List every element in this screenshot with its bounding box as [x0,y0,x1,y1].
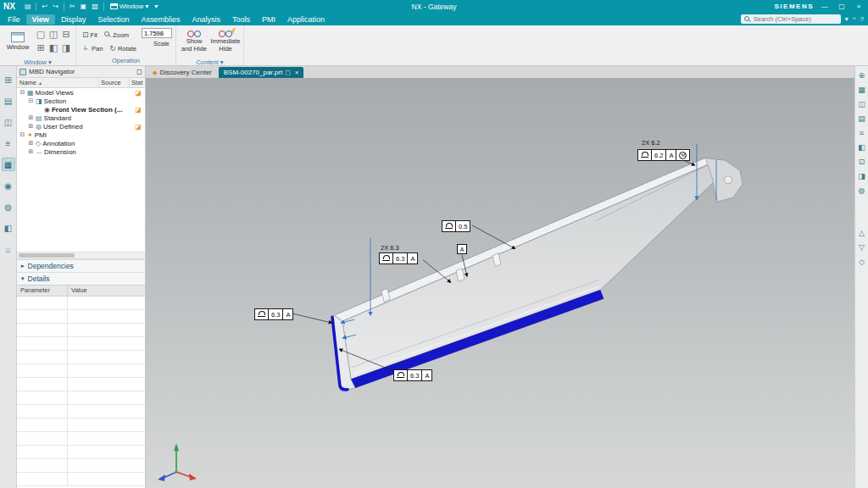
close-tab-icon[interactable]: × [295,69,299,76]
fit-button[interactable]: ⊡ Fit [80,29,100,41]
section-view-icon[interactable]: ≡ [860,129,864,137]
scrollbar-thumb[interactable] [19,253,75,258]
collapse-icon[interactable]: ⊟ [19,89,26,96]
immediate-hide-button[interactable]: Immediate Hide [211,27,240,56]
help-icon[interactable]: ? [860,15,864,23]
pmi-surface-finish-callout[interactable]: 6.3 A [254,308,293,320]
layout-single-icon[interactable]: ▢ [35,28,47,41]
save-icon[interactable]: ▤ [22,3,34,10]
column-source[interactable]: Source [99,78,130,87]
layer-settings-icon[interactable]: ▦ [858,86,865,94]
pmi-surface-finish-callout[interactable]: 6.2 A M [637,149,690,161]
menu-file[interactable]: File [2,14,26,25]
menu-analysis[interactable]: Analysis [186,14,226,25]
siemens-logo: SIEMENS [774,3,814,10]
show-hide-glasses-icon [187,30,201,37]
menu-tools[interactable]: Tools [226,14,256,25]
detach-window-icon[interactable]: ▢ [285,69,291,76]
datum-feature-symbol[interactable]: A [457,244,467,254]
work-section-icon[interactable]: ◨ [858,172,865,180]
menu-display[interactable]: Display [55,14,92,25]
mbd-navigator-icon[interactable]: ▦ [2,158,15,171]
layout-left-main-icon[interactable]: ◧ [47,42,59,54]
pmi-surface-finish-callout[interactable]: 6.3 A [379,252,418,264]
tree-row-annotation[interactable]: ⊞ ◇ Annotation [17,139,145,147]
scale-input[interactable] [142,28,172,38]
close-button[interactable]: × [853,3,865,10]
panel-menu-icon[interactable]: ◻ [136,68,142,75]
expand-down-icon[interactable]: ▽ [859,243,865,252]
menu-pmi[interactable]: PMI [256,14,281,25]
minimize-button[interactable]: — [819,3,831,10]
graphics-window[interactable]: 2X 6.2 6.2 A M 0.5 A 2X 6.3 6.3 A [146,78,854,488]
details-section[interactable]: ▾ Details [17,272,145,285]
part-3d-scene[interactable] [146,78,854,488]
paste-icon[interactable]: ▨ [89,3,101,10]
show-and-hide-button[interactable]: Show and Hide [180,27,209,56]
tree-row-model-views[interactable]: ⊟ ▦ Model Views ◪ [17,88,145,97]
constraint-navigator-icon[interactable]: ▤ [2,94,15,108]
web-browser-icon[interactable]: ◍ [2,200,15,214]
customize-quick-access-icon[interactable]: ▾ [152,3,160,10]
redo-icon[interactable]: ↪ [50,3,61,10]
column-name[interactable]: Name ▲ [17,78,99,87]
command-search[interactable] [741,14,841,24]
tree-row-pmi[interactable]: ⊟ ✦ PMI [17,130,145,139]
zoom-button[interactable]: Zoom [102,29,131,41]
expand-icon[interactable]: ⊞ [27,148,35,155]
snapshot-icon[interactable]: ⊡ [859,158,865,166]
pmi-profile-tolerance-callout[interactable]: 0.5 [442,220,470,232]
collapse-icon[interactable]: ⊟ [27,97,35,104]
true-shading-icon[interactable]: ◍ [859,186,865,195]
tree-row-standard[interactable]: ⊞ ▤ Standard [17,114,145,122]
navigator-icon [19,69,26,75]
render-style-icon[interactable]: ⊕ [859,71,865,80]
tab-part-file[interactable]: BSM-00270_par.prt ▢ × [219,67,304,78]
expand-icon[interactable]: ⊞ [27,114,35,121]
layout-side-by-side-icon[interactable]: ◫ [47,28,59,41]
tree-row-section[interactable]: ⊟ ◨ Section [17,97,145,105]
part-navigator-icon[interactable]: ◫ [2,115,15,129]
collapse-icon[interactable]: ⊟ [19,131,26,138]
roles-icon[interactable]: ⌂ [2,242,15,256]
separator [36,3,36,11]
undo-icon[interactable]: ↩ [39,3,50,10]
window-button[interactable]: Window [3,27,32,56]
rotate-button[interactable]: ↻ Rotate [107,42,139,54]
layout-quad-icon[interactable]: ⊞ [35,42,47,54]
pmi-surface-finish-callout[interactable]: 6.3 A [393,369,432,381]
tree-item-label: PMI [35,131,131,139]
search-scope-chevron-icon[interactable]: ▾ [845,15,849,23]
layout-right-main-icon[interactable]: ◨ [60,42,72,54]
minimize-ribbon-icon[interactable]: ^ [853,15,856,23]
menu-application[interactable]: Application [281,14,331,25]
tab-discovery-center[interactable]: ◆ Discovery Center [147,67,217,78]
expand-icon[interactable]: ⊞ [27,123,35,130]
display-mode-icon[interactable]: ▤ [858,114,865,123]
expand-up-icon[interactable]: △ [859,229,865,237]
copy-icon[interactable]: ▣ [78,3,90,10]
edit-section-icon[interactable]: ◧ [858,143,865,152]
tree-row-user-defined[interactable]: ⊞ ◍ User Defined ◪ [17,122,145,130]
cut-icon[interactable]: ✂ [67,3,78,10]
pan-button[interactable]: ↔↔ Pan [80,42,105,54]
layout-stacked-icon[interactable]: ⊟ [60,28,72,41]
reuse-library-icon[interactable]: ≡ [2,136,15,150]
menu-view[interactable]: View [26,14,55,25]
restore-button[interactable]: ▢ [836,3,848,10]
search-input[interactable] [754,15,837,23]
more-tools-icon[interactable]: ◇ [859,258,865,266]
dependencies-section[interactable]: ▸ Dependencies [17,259,145,272]
tree-row-dimension[interactable]: ⊞ ↔ Dimension [17,147,145,156]
menu-selection[interactable]: Selection [92,14,135,25]
tree-row-front-view-section[interactable]: ◉ Front View Section (... ◪ [17,105,145,114]
menu-assemblies[interactable]: Assemblies [135,14,186,25]
column-stat[interactable]: Stat [130,78,145,87]
expand-icon[interactable]: ⊞ [27,140,35,147]
horizontal-scrollbar[interactable] [17,252,145,259]
view-orientation-icon[interactable]: ◫ [858,100,865,108]
process-studio-icon[interactable]: ◧ [2,221,15,235]
window-switcher-dropdown[interactable]: Window ▾ [107,3,152,10]
history-icon[interactable]: ◉ [2,179,15,192]
assembly-navigator-icon[interactable]: ⊞ [2,73,15,86]
